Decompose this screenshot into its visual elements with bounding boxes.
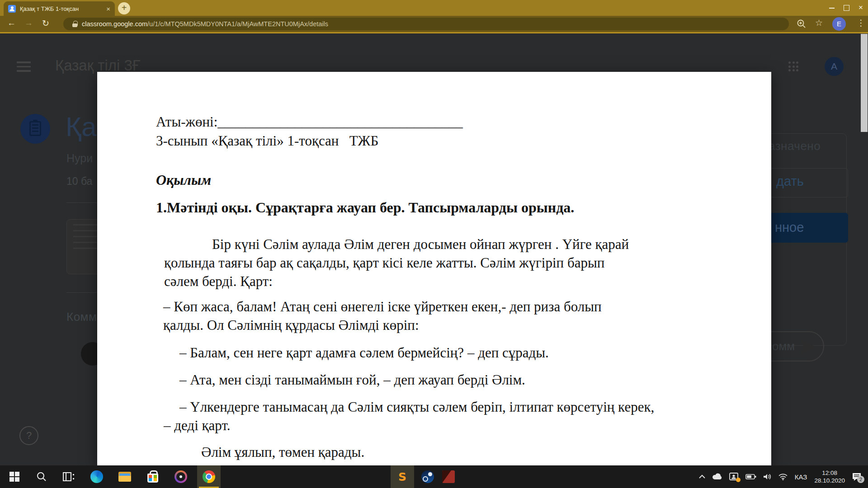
doc-p1-line3: сәлем берді. Қарт:	[164, 272, 728, 291]
doc-name-label: Аты-жөні:	[156, 114, 217, 130]
taskbar-search-button[interactable]	[30, 465, 53, 488]
battery-icon[interactable]	[745, 474, 756, 480]
lock-icon[interactable]	[72, 21, 77, 27]
doc-header-line: 3-сынып «Қазақ тілі» 1-тоқсан ТЖБ	[156, 131, 728, 150]
browser-tab-bar: Қазақ т ТЖБ 1-тоқсан × + ×	[0, 0, 868, 16]
forward-icon[interactable]: →	[24, 18, 33, 28]
search-icon	[36, 471, 47, 482]
microsoft-store-button[interactable]	[141, 465, 165, 488]
assignment-points-fragment: 10 ба	[66, 175, 92, 188]
doc-name-blank: ___________________________________	[217, 114, 463, 130]
classroom-favicon-icon	[8, 5, 16, 13]
edge-taskbar-button[interactable]	[85, 465, 108, 488]
volume-icon[interactable]	[763, 473, 772, 480]
private-comment-placeholder-fragment: омм	[772, 339, 795, 353]
reload-icon[interactable]: ↻	[42, 18, 49, 28]
steam-taskbar-button[interactable]	[416, 465, 439, 488]
system-tray: КАЗ 12:08 28.10.2020 2	[695, 465, 868, 488]
notification-count-badge: 2	[857, 476, 864, 483]
chrome-taskbar-button[interactable]	[197, 465, 221, 488]
bookmark-star-icon[interactable]: ☆	[815, 18, 823, 28]
sublime-text-icon: S	[398, 470, 406, 483]
steam-icon	[421, 470, 434, 483]
wifi-icon[interactable]	[778, 473, 788, 480]
assignment-author-fragment: Нури	[66, 152, 93, 165]
assignment-icon-circle	[20, 114, 50, 144]
google-apps-grid-icon[interactable]	[788, 61, 798, 71]
window-close-button[interactable]: ×	[854, 0, 868, 16]
doc-task-heading: 1.Мәтінді оқы. Сұрақтарға жауап бер. Тап…	[156, 198, 728, 217]
browser-menu-icon[interactable]: ⋮	[857, 18, 865, 28]
task-view-button[interactable]	[57, 465, 80, 488]
doc-p2-line1: – Көп жаса, балам! Атаң сені өнегелі іск…	[163, 297, 728, 316]
onedrive-cloud-icon[interactable]	[712, 473, 723, 480]
notification-dot	[736, 478, 741, 482]
windows-taskbar: S	[0, 465, 868, 488]
new-tab-button[interactable]: +	[118, 2, 130, 14]
file-explorer-icon	[118, 472, 131, 482]
meet-now-person-icon[interactable]	[729, 472, 739, 481]
back-icon[interactable]: ←	[7, 18, 16, 28]
doc-p5-line2: – деді қарт.	[164, 416, 728, 435]
document-preview[interactable]: Аты-жөні:_______________________________…	[97, 72, 771, 465]
doc-name-line: Аты-жөні:_______________________________…	[156, 113, 728, 131]
edge-icon	[90, 470, 103, 483]
dota2-icon	[442, 470, 455, 483]
assignment-title-fragment: Қа	[66, 111, 96, 142]
disc-app-icon	[175, 470, 187, 483]
clock-time: 12:08	[814, 469, 845, 477]
tab-close-icon[interactable]: ×	[106, 5, 110, 13]
browser-tab[interactable]: Қазақ т ТЖБ 1-тоқсан ×	[4, 1, 115, 16]
doc-p2-line2: қалды. Ол Сәлімнің құрдасы Әлімді көріп:	[163, 316, 728, 334]
help-button[interactable]: ?	[19, 426, 38, 445]
hamburger-menu-icon[interactable]	[17, 61, 31, 75]
doc-paragraph-3: – Балам, сен неге қарт адамға сәлем берм…	[179, 343, 728, 362]
url-path: /u/1/c/MTQ5MDk5MDY0NTA1/a/MjAwMTE2NTU0Mj…	[147, 20, 328, 28]
send-comment-icon[interactable]	[799, 338, 818, 357]
zoom-icon[interactable]	[797, 19, 807, 29]
language-indicator[interactable]: КАЗ	[795, 473, 807, 481]
tray-chevron-up-icon[interactable]	[698, 474, 706, 479]
doc-p1-line2: қолында таяғы бар ақ сақалды, қарт кісі …	[164, 253, 728, 272]
minimize-button[interactable]	[825, 0, 839, 16]
doc-p1-line1: Бір күні Сәлім аулада Әлім деген досымен…	[212, 235, 728, 253]
doc-paragraph-4: – Ата, мен сізді танымаймын ғой, – деп ж…	[179, 371, 728, 389]
clipboard-icon	[29, 121, 41, 136]
windows-logo-icon	[9, 472, 19, 482]
clock-date: 28.10.2020	[814, 477, 845, 484]
taskbar-clock[interactable]: 12:08 28.10.2020	[814, 469, 845, 484]
maximize-button[interactable]	[839, 0, 854, 16]
tab-title: Қазақ т ТЖБ 1-тоқсан	[20, 5, 104, 12]
page-scrollbar-thumb[interactable]	[861, 34, 868, 132]
chrome-icon	[203, 470, 215, 483]
account-avatar[interactable]: A	[825, 57, 844, 76]
sublime-taskbar-button[interactable]: S	[391, 465, 414, 488]
address-bar[interactable]: classroom.google.com/u/1/c/MTQ5MDk5MDY0N…	[63, 18, 789, 30]
class-comments-heading-fragment: Комм	[66, 310, 97, 324]
start-button[interactable]	[3, 465, 26, 488]
doc-p5-line1: – Үлкендерге танымасаң да Сәлім сияқты с…	[179, 398, 728, 416]
doc-section-title: Оқылым	[156, 171, 728, 189]
mark-as-done-label: нное	[775, 220, 804, 235]
dota2-taskbar-button[interactable]	[437, 465, 460, 488]
doc-paragraph-2: – Көп жаса, балам! Атаң сені өнегелі іск…	[163, 297, 728, 334]
add-or-create-label: дать	[776, 174, 804, 189]
file-explorer-button[interactable]	[113, 465, 137, 488]
browser-toolbar: ← → ↻ classroom.google.com/u/1/c/MTQ5MDk…	[0, 16, 868, 32]
store-bag-icon	[147, 474, 158, 483]
task-view-icon	[63, 471, 75, 482]
doc-paragraph-1: Бір күні Сәлім аулада Әлім деген досымен…	[156, 235, 728, 291]
classroom-page-dimmed: Қазақ тілі 3Ғ A Қа Нури 10 ба Комм азнач…	[0, 33, 868, 465]
action-center-button[interactable]: 2	[852, 472, 862, 481]
assigned-status-fragment: азначено	[769, 139, 821, 153]
media-disc-app-button[interactable]	[169, 465, 193, 488]
doc-paragraph-6: Әлім ұялып, төмен қарады.	[201, 443, 728, 461]
screen: Қазақ т ТЖБ 1-тоқсан × + × ← → ↻ classro…	[0, 0, 868, 488]
window-controls: ×	[825, 0, 868, 16]
doc-paragraph-5: – Үлкендерге танымасаң да Сәлім сияқты с…	[156, 398, 728, 435]
url-domain: classroom.google.com	[82, 20, 147, 28]
browser-profile-avatar[interactable]: E	[832, 17, 846, 31]
